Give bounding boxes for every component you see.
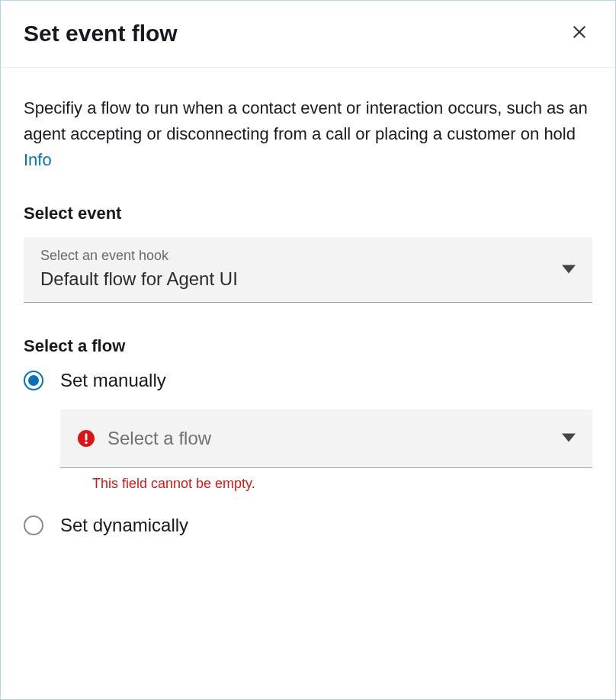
select-event-label: Select event [24,204,592,223]
radio-label-dynamic: Set dynamically [60,515,188,536]
set-event-flow-panel: Set event flow Specifiy a flow to run wh… [0,0,616,700]
flow-dropdown[interactable]: Select a flow [60,409,592,468]
panel-body: Specifiy a flow to run when a contact ev… [1,68,615,536]
panel-description: Specifiy a flow to run when a contact ev… [24,95,592,173]
manual-flow-nested: Select a flow This field cannot be empty… [60,409,592,492]
event-hook-dropdown[interactable]: Select an event hook Default flow for Ag… [24,237,592,303]
radio-label-manual: Set manually [60,370,166,391]
svg-rect-4 [85,434,88,441]
radio-selected-dot [28,375,39,386]
panel-header: Set event flow [1,1,615,68]
flow-error-message: This field cannot be empty. [92,476,592,492]
description-text: Specifiy a flow to run when a contact ev… [24,98,588,143]
info-link[interactable]: Info [24,150,52,169]
svg-marker-2 [562,265,576,273]
flow-dropdown-placeholder: Select a flow [107,428,211,449]
radio-icon [24,371,43,390]
svg-marker-6 [562,434,576,442]
error-icon [77,429,95,448]
event-hook-small-label: Select an event hook [40,248,576,264]
chevron-down-icon [562,263,576,277]
svg-point-5 [85,442,87,444]
radio-option-manual[interactable]: Set manually [24,370,592,391]
flow-mode-radio-group: Set manually Select a flow [24,370,592,536]
event-hook-value: Default flow for Agent UI [40,268,576,290]
chevron-down-icon [562,432,576,445]
radio-option-manual-wrapper: Set manually Select a flow [24,370,592,492]
flow-dropdown-row: Select a flow [77,428,576,449]
select-flow-label: Select a flow [24,336,592,356]
radio-option-dynamic[interactable]: Set dynamically [24,515,592,536]
radio-icon [24,515,43,535]
close-icon [571,24,588,43]
panel-title: Set event flow [24,21,178,47]
close-button[interactable] [566,19,592,47]
